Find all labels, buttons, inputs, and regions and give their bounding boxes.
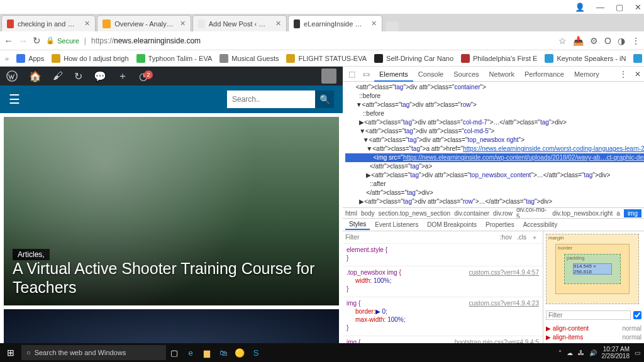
styles-subtab[interactable]: Properties [482, 220, 518, 229]
browser-tab[interactable]: Overview - Analytics✕ [97, 15, 191, 31]
hamburger-icon[interactable]: ☰ [9, 92, 20, 107]
show-all-checkbox[interactable] [633, 311, 641, 319]
crumb-item[interactable]: img [624, 209, 641, 217]
notifications-icon[interactable]: ▭ [635, 349, 640, 356]
tab-close-icon[interactable]: ✕ [84, 19, 90, 28]
wp-admin-bar[interactable]: 🏠 🖌 ↻ 💬 ＋ ◔2 [0, 67, 343, 85]
crumb-item[interactable]: div.top_newsbox.right [552, 210, 613, 217]
search-input[interactable] [227, 90, 315, 108]
back-icon[interactable]: ← [4, 35, 13, 46]
wp-site-icon[interactable]: 🏠 [29, 70, 42, 82]
dt-more-icon[interactable]: ⋮ [616, 70, 630, 79]
bookmark-item[interactable]: iNACOL Symposium [633, 54, 644, 63]
css-rule[interactable]: element.style {} [343, 244, 543, 266]
wp-new-icon[interactable]: ＋ [118, 70, 128, 83]
crumb-item[interactable]: a [616, 210, 620, 217]
network-icon[interactable]: 🖧 [578, 349, 584, 356]
addr-icon[interactable]: ⋮ [631, 36, 640, 46]
wp-avatar[interactable] [321, 69, 336, 84]
wp-updates-icon[interactable]: ↻ [74, 70, 82, 82]
devtools-tab[interactable]: Network [484, 68, 519, 80]
tab-close-icon[interactable]: ✕ [275, 19, 281, 28]
css-rule[interactable]: bootstrap.min.css?ver=4.9.4:5img {vertic… [343, 336, 543, 343]
add-rule-icon[interactable]: ＋ [529, 233, 540, 242]
breadcrumb[interactable]: htmlbodysection.top_news_sectiondiv.cont… [343, 207, 644, 219]
reload-icon[interactable]: ↻ [33, 35, 41, 47]
hov-toggle[interactable]: :hov [497, 234, 514, 241]
onedrive-icon[interactable]: ☁ [567, 349, 573, 356]
device-icon[interactable]: ▭ [360, 70, 373, 79]
computed-row[interactable]: ▶ align-contentnormal [546, 324, 641, 333]
styles-subtab[interactable]: Accessibility [519, 220, 561, 229]
styles-subtab[interactable]: DOM Breakpoints [423, 220, 480, 229]
addr-icon[interactable]: O [604, 36, 611, 46]
devtools-tab[interactable]: Memory [569, 68, 604, 80]
styles-subtab[interactable]: Styles [345, 219, 370, 230]
secondary-story[interactable] [4, 309, 339, 343]
crumb-item[interactable]: html [345, 210, 357, 217]
search-button[interactable]: 🔍 [315, 90, 334, 108]
taskbar-search[interactable]: ○ Search the web and Windows [21, 345, 166, 360]
browser-tab[interactable]: Add New Post ‹ eLearni...✕ [192, 15, 287, 31]
crumb-item[interactable]: div.row [493, 210, 513, 217]
close-icon[interactable]: ✕ [635, 3, 641, 12]
addr-icon[interactable]: 📥 [573, 36, 584, 46]
minimize-icon[interactable]: — [596, 3, 604, 12]
system-tray[interactable]: ˄ ☁ 🖧 🔊 10:27 AM2/28/2018 ▭ [558, 346, 645, 359]
volume-icon[interactable]: 🔊 [589, 349, 597, 356]
wp-comments-icon[interactable]: 💬 [94, 70, 106, 82]
edge-icon[interactable]: e [182, 343, 199, 362]
chrome-icon[interactable]: 🟡 [231, 343, 248, 362]
tab-close-icon[interactable]: ✕ [371, 19, 377, 28]
forward-icon[interactable]: → [18, 35, 28, 46]
styles-subtab[interactable]: Event Listeners [371, 220, 422, 229]
bookmark-item[interactable]: Self-Driving Car Nano [374, 54, 453, 63]
wp-customize-icon[interactable]: 🖌 [53, 70, 63, 82]
devtools-tab[interactable]: Performance [519, 68, 569, 80]
addr-icon[interactable]: ◑ [618, 36, 625, 46]
bookmark-item[interactable]: Philadelphia's First E [461, 54, 537, 63]
bookmark-item[interactable]: Apps [16, 54, 44, 63]
bookmark-item[interactable]: FLIGHT STATUS-EVA [286, 54, 367, 63]
store-icon[interactable]: 🛍 [215, 343, 231, 362]
devtools-tab[interactable]: Sources [448, 68, 484, 80]
devtools-tab[interactable]: Elements [374, 68, 413, 82]
crumb-item[interactable]: div.col-md-5 [516, 207, 548, 219]
new-tab-button[interactable] [386, 21, 399, 31]
bookmark-item[interactable]: Musical Guests [219, 54, 279, 63]
styles-filter-input[interactable] [345, 234, 497, 241]
computed-filter-input[interactable] [546, 310, 631, 320]
tab-close-icon[interactable]: ✕ [180, 19, 186, 28]
explorer-icon[interactable]: ▆ [199, 343, 215, 362]
devtools-tab[interactable]: Console [413, 68, 448, 80]
computed-row[interactable]: ▶ align-itemsnormal [546, 333, 641, 342]
css-rule[interactable]: custom.css?ver=4.9.4:23img {border:▶ 0;m… [343, 297, 543, 336]
url-field[interactable]: https://news.elearninginside.com [91, 36, 553, 45]
tray-up-icon[interactable]: ˄ [558, 349, 562, 356]
crumb-item[interactable]: body [361, 210, 375, 217]
taskbar-clock[interactable]: 10:27 AM2/28/2018 [602, 346, 630, 359]
addr-icon[interactable]: ⚙ [590, 36, 598, 46]
css-rule[interactable]: custom.css?ver=4.9.4:57.top_newsbox img … [343, 266, 543, 297]
maximize-icon[interactable]: ▢ [616, 3, 623, 12]
cls-toggle[interactable]: .cls [514, 234, 529, 241]
hero-story[interactable]: Articles, A Virtual Active Shooter Train… [4, 117, 339, 305]
start-button[interactable]: ⊞ [0, 348, 21, 358]
wp-seo-icon[interactable]: ◔2 [139, 70, 153, 82]
hero-category[interactable]: Articles, [13, 249, 50, 260]
bookmark-item[interactable]: How do I adjust brigh [52, 54, 128, 63]
browser-tab[interactable]: eLearningInside News | N...✕ [288, 15, 382, 31]
skype-icon[interactable]: S [248, 343, 264, 362]
user-icon[interactable]: 👤 [575, 3, 585, 12]
hero-title[interactable]: A Virtual Active Shooter Training Course… [13, 260, 330, 297]
crumb-item[interactable]: section.top_news_section [379, 210, 451, 217]
task-view-icon[interactable]: ▢ [166, 343, 182, 362]
bookmark-item[interactable]: Typhoon Talim - EVA [136, 54, 213, 63]
dom-tree[interactable]: <attr">class="tag">div attr">class="cont… [343, 82, 644, 207]
browser-tab[interactable]: checking in and Word P...✕ [1, 15, 96, 31]
inspect-icon[interactable]: ⬚ [345, 70, 358, 79]
crumb-item[interactable]: div.container [454, 210, 489, 217]
addr-icon[interactable]: ☆ [558, 36, 567, 46]
bookmark-item[interactable]: Keynote Speakers - iN [545, 54, 626, 63]
wordpress-icon[interactable] [6, 70, 18, 82]
